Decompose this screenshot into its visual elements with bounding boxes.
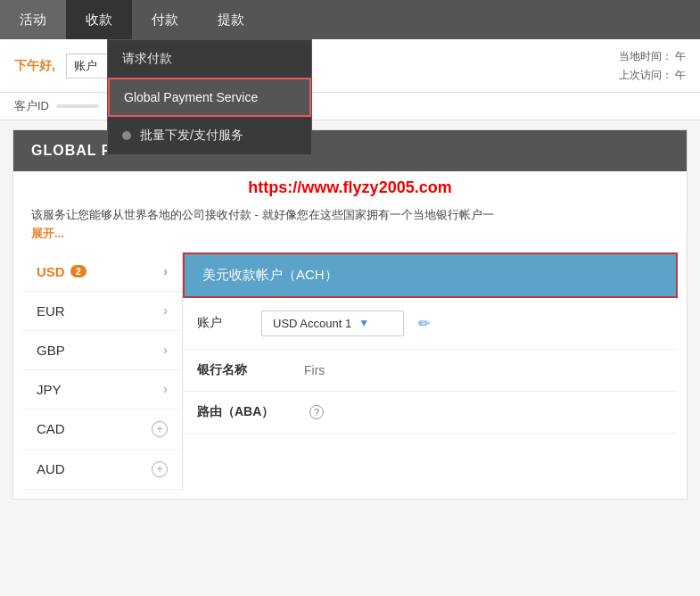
account-dropdown-value: USD Account 1	[273, 317, 351, 330]
currency-gbp-chevron: ›	[163, 343, 168, 357]
main-content: USD 2 › EUR › GBP › JPY › CAD + AUD	[13, 252, 687, 499]
dropdown-item-global-payment[interactable]: Global Payment Service	[108, 78, 311, 117]
customer-id-label: 客户ID	[14, 98, 49, 114]
currency-eur-label: EUR	[37, 303, 65, 319]
routing-help-icon[interactable]: ?	[309, 405, 324, 419]
dot-icon	[122, 131, 131, 140]
routing-row: 路由（ABA） ?	[183, 392, 678, 434]
customer-id-row: 客户ID	[0, 93, 700, 120]
gps-description: 该服务让您能够从世界各地的公司接收付款 - 就好像您在这些国家拥有一个当地银行帐…	[13, 201, 687, 252]
gps-card: GLOBAL PAYMENT SERVICE https://www.flyzy…	[12, 129, 688, 500]
currency-usd-label: USD	[37, 264, 65, 279]
currency-item-eur[interactable]: EUR ›	[22, 292, 182, 331]
currency-gbp-label: GBP	[37, 343, 65, 358]
account-dropdown[interactable]: USD Account 1 ▼	[261, 310, 404, 336]
afternoon-label: 下午好,	[14, 58, 55, 74]
local-time-label: 当地时间： 午	[619, 49, 686, 64]
nav-item-receive[interactable]: 收款	[66, 0, 132, 39]
nav-item-pay[interactable]: 付款	[132, 0, 198, 39]
currency-item-gbp[interactable]: GBP ›	[22, 331, 182, 370]
currency-cad-label: CAD	[37, 421, 65, 436]
account-row-label: 账户	[197, 315, 251, 331]
currency-aud-label: AUD	[37, 461, 65, 476]
last-visit-label: 上次访问： 午	[619, 68, 686, 83]
expand-link[interactable]: 展开...	[31, 227, 64, 240]
currency-item-usd[interactable]: USD 2 ›	[22, 252, 182, 292]
account-row: 账户 USD Account 1 ▼ ✏	[183, 298, 678, 350]
account-dropdown-arrow: ▼	[358, 317, 369, 329]
account-panel: 美元收款帐户（ACH） 账户 USD Account 1 ▼ ✏ 银行名称 Fi…	[183, 252, 678, 490]
currency-jpy-label: JPY	[37, 382, 62, 397]
account-panel-header: 美元收款帐户（ACH）	[183, 252, 678, 298]
currency-usd-chevron: ›	[163, 264, 168, 278]
nav-item-activity[interactable]: 活动	[0, 0, 66, 39]
info-right: 当地时间： 午 上次访问： 午	[619, 49, 686, 83]
currency-aud-plus[interactable]: +	[152, 461, 168, 477]
customer-id-value	[56, 104, 99, 108]
watermark: https://www.flyzy2005.com	[13, 171, 687, 201]
bank-name-label: 银行名称	[197, 362, 304, 378]
currency-eur-chevron: ›	[163, 303, 168, 318]
currency-item-aud[interactable]: AUD +	[22, 450, 182, 490]
receive-dropdown: 请求付款 Global Payment Service 批量下发/支付服务	[107, 39, 312, 155]
edit-account-icon[interactable]: ✏	[418, 315, 430, 332]
currency-item-cad[interactable]: CAD +	[22, 410, 182, 450]
currency-item-jpy[interactable]: JPY ›	[22, 370, 182, 410]
nav-item-withdraw[interactable]: 提款	[198, 0, 264, 39]
dropdown-item-request[interactable]: 请求付款	[108, 40, 311, 78]
currency-usd-badge: 2	[70, 265, 86, 277]
bank-name-row: 银行名称 Firs	[183, 350, 678, 392]
top-navigation: 活动 收款 付款 提款	[0, 0, 700, 39]
currency-list: USD 2 › EUR › GBP › JPY › CAD + AUD	[22, 252, 183, 490]
bank-name-value: Firs	[304, 363, 325, 377]
info-bar: 下午好, 账户 ▼ 当地时间： 午 上次访问： 午	[0, 39, 700, 93]
dropdown-item-batch[interactable]: 批量下发/支付服务	[108, 117, 311, 154]
info-left: 下午好, 账户 ▼	[14, 54, 619, 79]
currency-jpy-chevron: ›	[163, 382, 168, 396]
routing-label: 路由（ABA）	[197, 404, 304, 420]
currency-cad-plus[interactable]: +	[152, 421, 168, 437]
